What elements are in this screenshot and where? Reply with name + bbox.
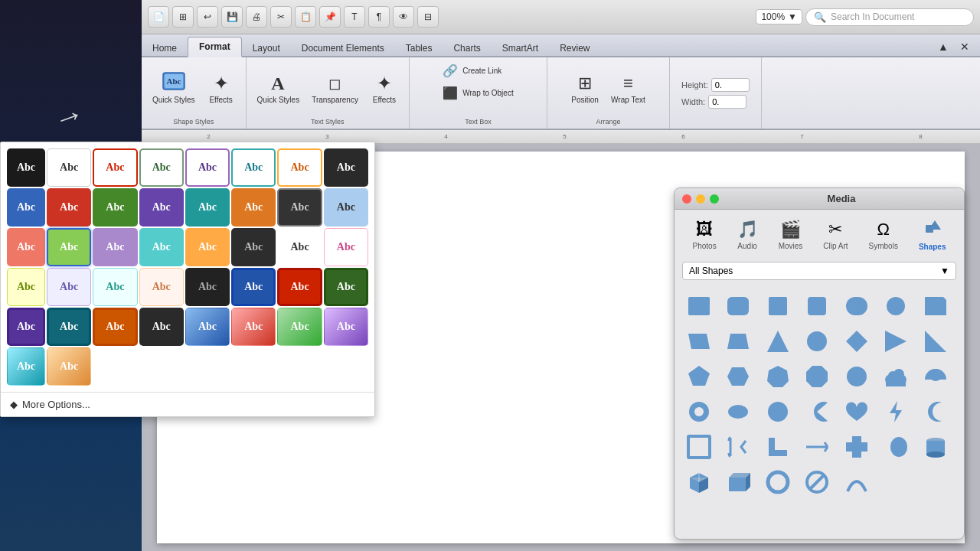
search-box[interactable]: 🔍 Search In Document	[805, 8, 974, 26]
shape-circle2[interactable]	[761, 395, 795, 429]
style-cell-r5c3[interactable]: Abc	[277, 268, 322, 306]
shape-ring[interactable]	[761, 465, 795, 499]
traffic-light-minimize[interactable]	[696, 194, 705, 204]
style-cell-r2c3[interactable]: Abc	[47, 188, 91, 227]
shape-square3[interactable]	[761, 289, 795, 323]
shape-rtriangle[interactable]	[919, 324, 952, 358]
tab-review[interactable]: Review	[549, 39, 600, 57]
shape-hexagon[interactable]	[721, 360, 755, 393]
style-cell-r6c1[interactable]: Abc	[139, 308, 184, 346]
shape-cross[interactable]	[840, 430, 874, 464]
shape-bracket[interactable]	[721, 430, 755, 464]
style-cell-r1c4[interactable]: Abc	[139, 148, 184, 187]
shape-lightning[interactable]	[879, 395, 913, 429]
effects-shape-btn[interactable]: ✦ Effects	[203, 68, 240, 107]
media-tab-movies[interactable]: 🎬 Movies	[771, 217, 811, 253]
wrap-to-object-btn[interactable]: ⬛ Wrap to Object	[438, 83, 518, 103]
shape-pentagon[interactable]	[682, 360, 716, 393]
media-tab-symbols[interactable]: Ω Symbols	[861, 217, 906, 253]
shape-box[interactable]	[721, 465, 755, 499]
style-cell-r5c6[interactable]: Abc	[47, 308, 91, 346]
traffic-light-close[interactable]	[682, 194, 691, 204]
style-cell-r2c6[interactable]: Abc	[185, 188, 230, 227]
tab-tables[interactable]: Tables	[395, 39, 443, 57]
style-cell-r3c1[interactable]: Abc	[277, 188, 322, 227]
toolbar-print[interactable]: 🖨	[246, 6, 267, 28]
toolbar-cut[interactable]: ✂	[270, 6, 292, 28]
style-cell-r3c3[interactable]: Abc	[7, 228, 45, 266]
shape-arc[interactable]	[840, 465, 874, 499]
style-cell-r4c6[interactable]: Abc	[93, 268, 137, 306]
style-cell-r4c7[interactable]: Abc	[139, 268, 184, 306]
shape-circle[interactable]	[800, 324, 834, 358]
style-cell-r4c2[interactable]: Abc	[277, 228, 322, 266]
style-cell-r5c2[interactable]: Abc	[231, 268, 276, 306]
zoom-control[interactable]: 100% ▼	[756, 9, 802, 24]
transparency-btn[interactable]: ◻ Transparency	[307, 68, 363, 107]
shape-parallelogram[interactable]	[682, 324, 716, 358]
style-cell-r3c4[interactable]: Abc	[47, 228, 91, 266]
toolbar-save[interactable]: 💾	[221, 6, 243, 28]
shape-heptagon[interactable]	[761, 360, 795, 393]
style-cell-r6c7[interactable]: Abc	[47, 347, 91, 386]
shape-line[interactable]	[800, 430, 834, 464]
style-cell-r5c7[interactable]: Abc	[93, 308, 137, 346]
toolbar-new[interactable]: 📄	[148, 6, 169, 28]
toolbar-view[interactable]: 👁	[393, 6, 414, 28]
position-btn[interactable]: ⊞ Position	[567, 68, 603, 107]
shape-blob[interactable]	[879, 430, 913, 464]
shape-square4[interactable]	[800, 289, 834, 323]
shape-octagon[interactable]	[800, 360, 834, 393]
shape-trapezoid[interactable]	[721, 324, 755, 358]
style-cell-r6c5[interactable]: Abc	[324, 308, 368, 346]
shape-oval[interactable]	[721, 395, 755, 429]
shape-halfcircle[interactable]	[919, 360, 952, 393]
shape-cloud[interactable]	[879, 360, 913, 393]
traffic-light-maximize[interactable]	[710, 194, 719, 204]
style-cell-r2c1[interactable]: Abc	[324, 148, 368, 187]
width-input[interactable]	[708, 95, 746, 109]
tab-format[interactable]: Format	[188, 37, 242, 57]
quick-styles-text-btn[interactable]: A Quick Styles	[253, 68, 305, 107]
style-cell-r2c7[interactable]: Abc	[231, 188, 276, 227]
style-cell-r3c7[interactable]: Abc	[185, 228, 230, 266]
shape-heart[interactable]	[840, 395, 874, 429]
toolbar-format[interactable]: T	[344, 6, 365, 28]
wrap-text-btn[interactable]: ≡ Wrap Text	[606, 68, 650, 107]
shape-forbidden[interactable]	[800, 465, 834, 499]
toolbar-undo[interactable]: ↩	[197, 6, 218, 28]
shape-snip1[interactable]	[919, 289, 952, 323]
shape-triangle2[interactable]	[879, 324, 913, 358]
style-cell-r3c5[interactable]: Abc	[93, 228, 137, 266]
effects-text-btn[interactable]: ✦ Effects	[366, 68, 403, 107]
style-cell-r1c5[interactable]: Abc	[185, 148, 230, 187]
tab-document-elements[interactable]: Document Elements	[291, 39, 395, 57]
style-cell-r3c6[interactable]: Abc	[139, 228, 184, 266]
tab-layout[interactable]: Layout	[242, 39, 291, 57]
more-options-btn[interactable]: ◆ More Options...	[1, 392, 374, 416]
shape-decagon[interactable]	[840, 360, 874, 393]
style-cell-r4c3[interactable]: Abc	[324, 228, 368, 266]
style-cell-r2c2[interactable]: Abc	[7, 188, 45, 227]
shape-cube[interactable]	[682, 465, 716, 499]
quick-styles-shape-btn[interactable]: Abc Quick Styles	[148, 68, 200, 107]
shape-frame[interactable]	[682, 430, 716, 464]
style-cell-r1c1[interactable]: Abc	[7, 148, 45, 187]
shape-square2[interactable]	[721, 289, 755, 323]
style-cell-r5c1[interactable]: Abc	[185, 268, 230, 306]
height-input[interactable]	[711, 78, 750, 92]
style-cell-r4c1[interactable]: Abc	[231, 228, 276, 266]
media-tab-clipart[interactable]: ✂ Clip Art	[815, 217, 855, 253]
style-cell-r1c6[interactable]: Abc	[231, 148, 276, 187]
style-cell-r3c2[interactable]: Abc	[324, 188, 368, 227]
style-cell-r1c7[interactable]: Abc	[277, 148, 322, 187]
media-tab-photos[interactable]: 🖼 Photos	[685, 217, 724, 253]
style-cell-r1c2[interactable]: Abc	[47, 148, 91, 187]
shape-cylinder[interactable]	[919, 430, 952, 464]
shape-diamond[interactable]	[840, 324, 874, 358]
toolbar-paragraph[interactable]: ¶	[368, 6, 390, 28]
shape-triangle[interactable]	[761, 324, 795, 358]
shape-donut[interactable]	[682, 395, 716, 429]
ribbon-expand[interactable]: ✕	[956, 37, 974, 56]
style-cell-r4c4[interactable]: Abc	[7, 268, 45, 306]
